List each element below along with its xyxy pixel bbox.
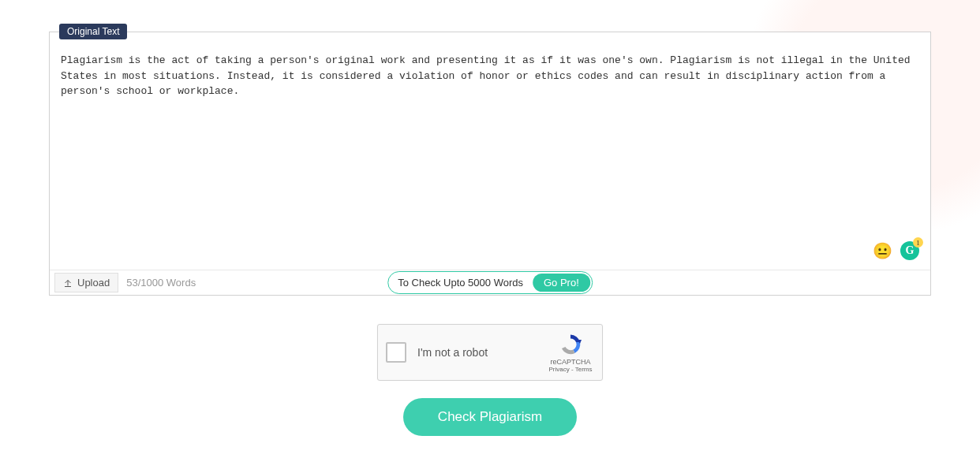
grammarly-icon[interactable]: G 1 — [900, 241, 919, 260]
recaptcha-links: Privacy - Terms — [549, 366, 593, 373]
check-plagiarism-button[interactable]: Check Plagiarism — [403, 398, 577, 436]
pro-upgrade-pill: To Check Upto 5000 Words Go Pro! — [387, 271, 593, 294]
recaptcha-checkbox[interactable] — [386, 342, 406, 363]
recaptcha-label: I'm not a robot — [417, 346, 547, 359]
original-text-badge: Original Text — [59, 24, 127, 39]
grammarly-count-badge: 1 — [913, 237, 923, 248]
recaptcha-privacy-link[interactable]: Privacy — [549, 366, 570, 373]
go-pro-button[interactable]: Go Pro! — [533, 274, 590, 292]
recaptcha-brand-text: reCAPTCHA — [550, 358, 590, 366]
recaptcha-branding: reCAPTCHA Privacy - Terms — [547, 333, 594, 373]
upload-icon — [63, 278, 73, 288]
recaptcha-logo-icon — [559, 333, 582, 356]
recaptcha-terms-link[interactable]: Terms — [575, 366, 593, 373]
main-container: Original Text Plagiarism is the act of t… — [0, 0, 980, 436]
emoji-neutral-icon[interactable]: 😐 — [873, 241, 892, 260]
check-button-container: Check Plagiarism — [49, 398, 931, 436]
upload-button[interactable]: Upload — [54, 273, 118, 292]
upload-label: Upload — [77, 277, 110, 289]
recaptcha-widget: I'm not a robot reCAPTCHA Privacy - Term… — [377, 324, 603, 381]
word-count: 53/1000 Words — [126, 277, 196, 289]
text-editor-box: Original Text Plagiarism is the act of t… — [49, 32, 931, 296]
captcha-container: I'm not a robot reCAPTCHA Privacy - Term… — [49, 324, 931, 381]
text-input-area[interactable]: Plagiarism is the act of taking a person… — [50, 32, 930, 265]
pro-text: To Check Upto 5000 Words — [398, 277, 523, 289]
editor-bottom-bar: Upload 53/1000 Words To Check Upto 5000 … — [50, 270, 930, 295]
floating-icons: 😐 G 1 — [873, 241, 919, 260]
